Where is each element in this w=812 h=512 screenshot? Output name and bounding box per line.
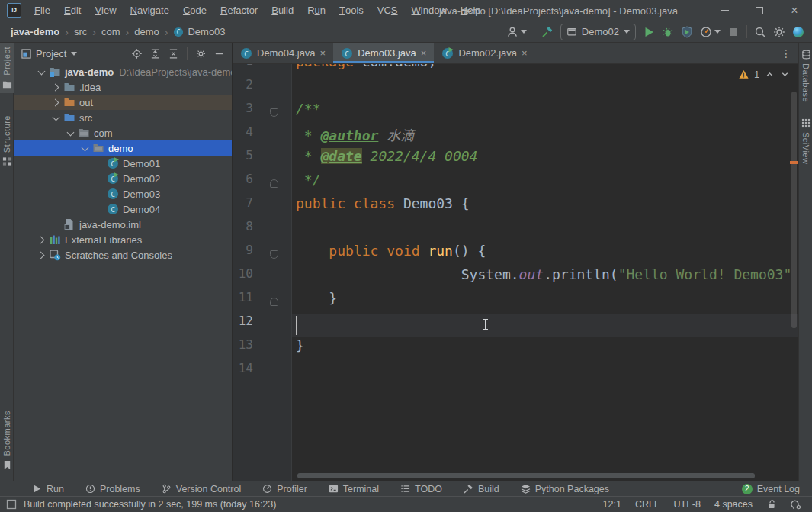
encoding-widget[interactable]: UTF-8 — [674, 499, 701, 510]
expand-all-button[interactable] — [150, 49, 160, 59]
editor-vertical-scrollbar[interactable] — [791, 92, 797, 328]
profiler-button[interactable] — [700, 26, 721, 38]
run-button[interactable] — [643, 26, 655, 38]
editor-gutter[interactable]: 1234567891011121314 — [233, 64, 292, 481]
caret-position-widget[interactable]: 12:1 — [603, 499, 621, 510]
editor-code[interactable]: package com.demo;/** * @author 水滴 * @dat… — [292, 64, 798, 481]
fold-end-icon[interactable] — [270, 298, 278, 306]
tree-item-demo[interactable]: demo — [14, 140, 232, 156]
indent-widget[interactable]: 4 spaces — [714, 499, 753, 510]
toolwindow-button-version-control[interactable]: Version Control — [151, 484, 252, 494]
next-warning-button[interactable] — [780, 69, 790, 79]
menu-tools[interactable]: Tools — [332, 0, 371, 21]
tree-item-out[interactable]: out — [14, 95, 232, 110]
menu-refactor[interactable]: Refactor — [213, 0, 265, 21]
run-with-coverage-button[interactable] — [681, 26, 693, 38]
menu-run[interactable]: Run — [300, 0, 332, 21]
tree-item-demo01[interactable]: CDemo01 — [14, 156, 232, 171]
tab-demo03-java[interactable]: CDemo03.java× — [333, 43, 434, 63]
run-configuration-select[interactable]: Demo02 — [560, 24, 636, 40]
tool-stripe-button-sciview[interactable]: SciView — [799, 114, 812, 168]
line-separator-widget[interactable]: CRLF — [635, 499, 660, 510]
more-tabs-icon[interactable]: ⋮ — [781, 47, 798, 60]
close-tab-icon[interactable]: × — [522, 48, 528, 58]
event-log-button[interactable]: 2Event Log — [742, 484, 812, 494]
fold-start-icon[interactable] — [270, 108, 278, 117]
tree-item-src[interactable]: src — [14, 110, 232, 125]
inspections-widget[interactable]: 1 — [739, 69, 790, 80]
menu-file[interactable]: File — [27, 0, 57, 21]
build-hammer-button[interactable] — [541, 26, 554, 38]
breadcrumb-item-demo[interactable]: demo — [134, 26, 159, 37]
tool-stripe-button-bookmarks[interactable]: Bookmarks — [0, 407, 14, 474]
toolwindow-button-terminal[interactable]: Terminal — [318, 484, 390, 494]
menu-vcs[interactable]: VCS — [371, 0, 405, 21]
tree-item--idea[interactable]: .idea — [14, 79, 232, 95]
breadcrumb-item-demo03[interactable]: CDemo03 — [173, 26, 225, 37]
highlighting-level-icon[interactable] — [791, 499, 801, 510]
tree-item-demo03[interactable]: CDemo03 — [14, 186, 232, 201]
close-tab-icon[interactable]: × — [320, 48, 326, 58]
chevron-down-icon[interactable] — [71, 52, 77, 56]
toolwindow-button-run[interactable]: Run — [21, 484, 75, 494]
tree-right-arrow-icon[interactable] — [50, 95, 63, 110]
tree-item-label: demo — [108, 143, 133, 154]
breadcrumb-item-java-demo[interactable]: java-demo — [11, 26, 59, 37]
tab-demo02-java[interactable]: CDemo02.java× — [434, 43, 534, 63]
tree-down-arrow-icon[interactable] — [79, 140, 92, 156]
tree-right-arrow-icon[interactable] — [35, 247, 49, 262]
tree-down-arrow-icon[interactable] — [50, 110, 63, 125]
tool-stripe-button-database[interactable]: Database — [799, 46, 812, 106]
locate-file-button[interactable] — [132, 49, 142, 59]
toolwindow-button-profiler[interactable]: Profiler — [252, 484, 318, 494]
user-account-button[interactable] — [506, 26, 527, 38]
fold-start-icon[interactable] — [270, 250, 278, 259]
menu-build[interactable]: Build — [265, 0, 300, 21]
toolwindow-button-problems[interactable]: Problems — [75, 484, 151, 494]
tool-stripe-button-project[interactable]: Project — [0, 43, 14, 93]
prev-warning-button[interactable] — [765, 69, 775, 79]
tree-item-demo02[interactable]: CDemo02 — [14, 171, 232, 186]
tree-item-java-demo[interactable]: java-demoD:\IdeaProjects\java-demo — [14, 64, 232, 79]
debug-button[interactable] — [662, 26, 674, 38]
toolwindow-button-python-packages[interactable]: Python Packages — [510, 484, 620, 494]
tree-down-arrow-icon[interactable] — [64, 125, 78, 140]
editor-horizontal-scrollbar[interactable] — [297, 473, 755, 478]
hide-panel-button[interactable] — [214, 49, 224, 59]
breadcrumb-item-src[interactable]: src — [74, 26, 87, 37]
tree-item-java-demo-iml[interactable]: java-demo.iml — [14, 217, 232, 232]
toolwindow-button-todo[interactable]: TODO — [390, 484, 453, 494]
search-everywhere-button[interactable] — [754, 26, 766, 38]
tree-item-external-libraries[interactable]: External Libraries — [14, 232, 232, 247]
collapse-all-button[interactable] — [168, 49, 178, 59]
editor[interactable]: 1234567891011121314 package com.demo;/**… — [233, 64, 798, 481]
tool-stripe-button-structure[interactable]: Structure — [0, 111, 14, 170]
tree-item-com[interactable]: com — [14, 125, 232, 140]
close-button[interactable]: × — [777, 0, 812, 21]
project-panel-title[interactable]: Project — [36, 48, 66, 60]
tree-item-demo04[interactable]: CDemo04 — [14, 201, 232, 217]
lock-icon[interactable] — [766, 499, 777, 510]
tree-right-arrow-icon[interactable] — [35, 232, 49, 247]
menu-edit[interactable]: Edit — [57, 0, 88, 21]
toolwindow-button-build[interactable]: Build — [453, 484, 510, 494]
menu-code[interactable]: Code — [176, 0, 213, 21]
stop-button[interactable] — [727, 26, 740, 38]
tab-demo04-java[interactable]: CDemo04.java× — [233, 43, 333, 63]
ide-sphere-button[interactable] — [792, 26, 804, 38]
stripe-toggle-icon[interactable] — [6, 499, 17, 510]
fold-end-icon[interactable] — [270, 179, 278, 188]
toolwindow-button-label: Build — [478, 484, 499, 494]
tree-right-arrow-icon[interactable] — [50, 79, 63, 95]
close-tab-icon[interactable]: × — [421, 48, 427, 58]
menu-navigate[interactable]: Navigate — [124, 0, 176, 21]
panel-settings-button[interactable] — [196, 49, 206, 59]
minimize-button[interactable] — [707, 0, 742, 21]
menu-view[interactable]: View — [88, 0, 123, 21]
maximize-button[interactable] — [742, 0, 777, 21]
tree-down-arrow-icon[interactable] — [35, 64, 49, 79]
breadcrumb-item-com[interactable]: com — [101, 26, 120, 37]
tree-item-scratches-and-consoles[interactable]: Scratches and Consoles — [14, 247, 232, 262]
settings-button[interactable] — [773, 26, 785, 38]
error-stripe-warning-mark[interactable] — [790, 161, 798, 164]
